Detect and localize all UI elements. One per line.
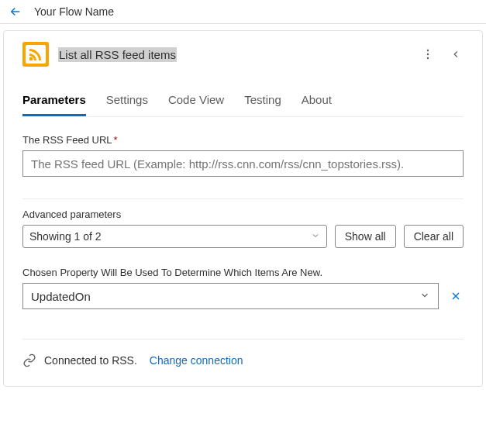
section-divider-2 — [22, 339, 464, 339]
svg-point-2 — [29, 57, 33, 61]
rss-url-label-text: The RSS Feed URL — [22, 134, 112, 146]
svg-point-3 — [427, 50, 429, 51]
arrow-left-icon — [9, 5, 22, 19]
tab-settings[interactable]: Settings — [106, 93, 148, 116]
collapse-button[interactable] — [448, 47, 464, 62]
back-button[interactable] — [6, 2, 25, 21]
more-vertical-icon — [422, 48, 434, 60]
more-menu-button[interactable] — [420, 47, 436, 62]
rss-url-label: The RSS Feed URL* — [22, 134, 464, 146]
svg-rect-1 — [26, 45, 46, 64]
chevron-down-icon — [311, 230, 320, 243]
top-bar: Your Flow Name — [0, 0, 486, 23]
advanced-showing-select[interactable]: Showing 1 of 2 — [22, 225, 327, 248]
tab-divider — [22, 116, 464, 117]
close-icon — [450, 290, 462, 302]
link-icon — [22, 353, 36, 367]
advanced-parameters-label: Advanced parameters — [22, 208, 464, 220]
tab-testing[interactable]: Testing — [244, 93, 281, 116]
required-indicator: * — [114, 134, 118, 146]
connection-status-text: Connected to RSS. — [44, 354, 137, 367]
action-card: List all RSS feed items Parameters Setti… — [3, 30, 483, 387]
show-all-button[interactable]: Show all — [335, 225, 396, 248]
chevron-left-icon — [450, 49, 461, 60]
card-header-actions — [420, 47, 464, 62]
clear-all-button[interactable]: Clear all — [404, 225, 464, 248]
chosen-property-row: UpdatedOn — [22, 283, 464, 309]
tab-code-view[interactable]: Code View — [168, 93, 224, 116]
card-header: List all RSS feed items — [22, 42, 464, 67]
advanced-parameters-row: Showing 1 of 2 Show all Clear all — [22, 225, 464, 248]
action-title: List all RSS feed items — [58, 47, 177, 62]
advanced-showing-value: Showing 1 of 2 — [29, 230, 102, 243]
svg-point-4 — [427, 53, 429, 55]
chosen-property-select[interactable]: UpdatedOn — [22, 283, 439, 309]
tablist: Parameters Settings Code View Testing Ab… — [22, 93, 464, 116]
svg-point-5 — [427, 57, 429, 59]
tab-parameters[interactable]: Parameters — [22, 93, 86, 116]
connection-row: Connected to RSS. Change connection — [22, 353, 464, 367]
chevron-down-icon — [419, 290, 430, 303]
top-divider — [0, 23, 486, 24]
rss-connector-icon — [22, 42, 49, 67]
clear-chosen-button[interactable] — [448, 288, 464, 304]
section-divider-1 — [22, 198, 464, 199]
tab-about[interactable]: About — [302, 93, 332, 116]
chosen-property-label: Chosen Property Will Be Used To Determin… — [22, 267, 464, 278]
rss-url-input[interactable] — [22, 150, 464, 177]
chosen-property-value: UpdatedOn — [31, 290, 91, 303]
change-connection-link[interactable]: Change connection — [150, 354, 243, 367]
flow-name[interactable]: Your Flow Name — [34, 5, 114, 18]
